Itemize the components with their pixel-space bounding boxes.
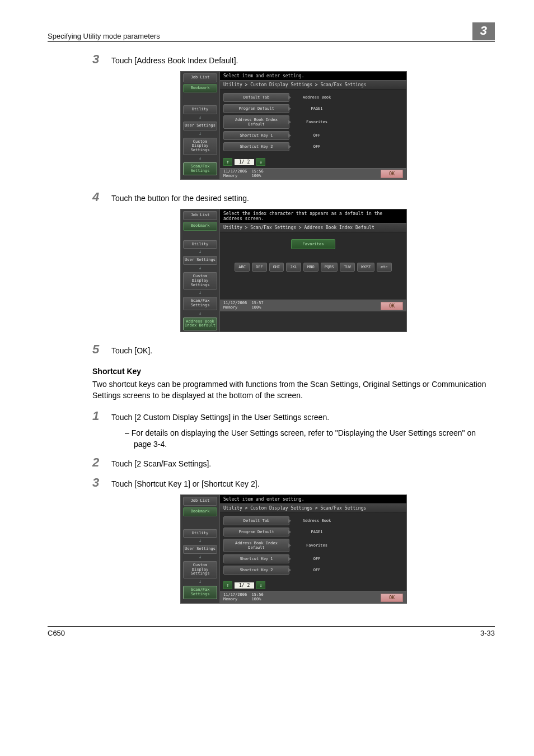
index-tuv-button[interactable]: TUV [340, 263, 355, 272]
sidebar-user-settings-button[interactable]: User Settings [183, 256, 217, 265]
sidebar-bookmark-button[interactable]: Bookmark [183, 84, 217, 93]
sidebar-scan-fax-button[interactable]: Scan/Fax Settings [183, 297, 217, 310]
default-tab-value: Address Book [292, 517, 342, 525]
sidebar-utility-button[interactable]: Utility [183, 529, 217, 538]
footer-page-number: 3-33 [480, 629, 495, 637]
page-up-button[interactable]: ↑ [223, 581, 232, 589]
addr-index-value: Favorites [292, 118, 342, 126]
step-2b: 2 Touch [2 Scan/Fax Settings]. [92, 455, 495, 470]
section-title: Specifying Utility mode parameters [48, 32, 160, 40]
chapter-number-badge: 3 [472, 22, 495, 40]
default-tab-button[interactable]: Default Tab [223, 93, 289, 102]
footer-model: C650 [48, 629, 65, 637]
page-header: Specifying Utility mode parameters 3 [48, 22, 495, 42]
shortcut-key-1-button[interactable]: Shortcut Key 1 [223, 554, 289, 563]
status-memory-pct: 100% [252, 174, 261, 178]
shortcut-key-2-button[interactable]: Shortcut Key 2 [223, 142, 289, 151]
device-screenshot-index-default: Job List Bookmark Utility ↓ User Setting… [180, 209, 407, 332]
ok-button[interactable]: OK [381, 302, 403, 310]
index-jkl-button[interactable]: JKL [286, 263, 301, 272]
ok-button[interactable]: OK [381, 170, 403, 178]
page-footer: C650 3-33 [48, 626, 495, 637]
sidebar-bookmark-button[interactable]: Bookmark [183, 222, 217, 231]
index-wxyz-button[interactable]: WXYZ [357, 263, 374, 272]
down-arrow-icon: ↓ [181, 578, 219, 584]
breadcrumb: Utility > Scan/Fax Settings > Address Bo… [220, 223, 406, 232]
index-pqrs-button[interactable]: PQRS [321, 263, 338, 272]
shortcut-key-1-value: OFF [292, 132, 342, 139]
default-tab-value: Address Book [292, 94, 342, 101]
status-memory-pct: 100% [252, 305, 261, 310]
step-number: 3 [92, 52, 111, 67]
step-number: 1 [92, 409, 111, 423]
program-default-button[interactable]: Program Default [223, 104, 289, 113]
ok-button[interactable]: OK [381, 594, 403, 602]
step-text: Touch [OK]. [111, 346, 152, 357]
page-indicator: 1/ 2 [235, 582, 254, 589]
sidebar-utility-button[interactable]: Utility [183, 105, 217, 114]
step-1b-detail: For details on displaying the User Setti… [125, 428, 495, 450]
down-arrow-icon: ↓ [181, 290, 219, 295]
index-button-row: ABC DEF GHI JKL MNO PQRS TUV WXYZ etc [235, 263, 391, 272]
step-number: 3 [92, 475, 111, 490]
step-3b: 3 Touch [Shortcut Key 1] or [Shortcut Ke… [92, 475, 495, 490]
index-ghi-button[interactable]: GHI [269, 263, 284, 272]
page-up-button[interactable]: ↑ [223, 158, 232, 166]
sidebar-custom-display-button[interactable]: Custom Display Settings [183, 272, 217, 290]
favorites-button[interactable]: Favorites [291, 239, 336, 249]
shortcut-key-2-value: OFF [292, 566, 342, 574]
down-arrow-icon: ↓ [181, 265, 219, 270]
sidebar-utility-button[interactable]: Utility [183, 240, 217, 249]
step-text: Touch the button for the desired setting… [111, 193, 249, 204]
index-abc-button[interactable]: ABC [235, 263, 250, 272]
sidebar-custom-display-button[interactable]: Custom Display Settings [183, 138, 217, 155]
down-arrow-icon: ↓ [181, 538, 219, 543]
breadcrumb: Utility > Custom Display Settings > Scan… [220, 80, 406, 90]
sidebar-user-settings-button[interactable]: User Settings [183, 122, 217, 130]
sidebar-scan-fax-button[interactable]: Scan/Fax Settings [183, 162, 217, 175]
sidebar-bookmark-button[interactable]: Bookmark [183, 507, 217, 516]
shortcut-key-paragraph: Two shortcut keys can be programmed with… [92, 379, 495, 401]
index-etc-button[interactable]: etc [377, 263, 392, 272]
step-5: 5 Touch [OK]. [92, 342, 495, 357]
down-arrow-icon: ↓ [181, 249, 219, 254]
shortcut-key-heading: Shortcut Key [92, 367, 495, 376]
down-arrow-icon: ↓ [181, 310, 219, 316]
instruction-bar: Select the index character that appears … [220, 209, 406, 223]
status-memory-label: Memory [223, 305, 237, 310]
step-number: 2 [92, 455, 111, 470]
instruction-bar: Select item and enter setting. [220, 495, 406, 503]
sidebar-scan-fax-button[interactable]: Scan/Fax Settings [183, 586, 217, 599]
address-book-index-default-button[interactable]: Address Book Index Default [223, 539, 289, 552]
page-down-button[interactable]: ↓ [256, 581, 265, 589]
step-1b: 1 Touch [2 Custom Display Settings] in t… [92, 409, 495, 423]
instruction-bar: Select item and enter setting. [220, 72, 406, 80]
index-def-button[interactable]: DEF [252, 263, 267, 272]
settings-list: Default TabAddress Book Program DefaultP… [220, 513, 406, 579]
sidebar-address-book-index-default-button[interactable]: Address Book Index Default [183, 318, 217, 330]
sidebar-user-settings-button[interactable]: User Settings [183, 545, 217, 554]
device-screenshot-scanfax-2: Job List Bookmark Utility ↓ User Setting… [180, 494, 407, 603]
shortcut-key-2-button[interactable]: Shortcut Key 2 [223, 566, 289, 575]
index-mno-button[interactable]: MNO [303, 263, 318, 272]
step-text: Touch [Address Book Index Default]. [111, 55, 238, 67]
default-tab-button[interactable]: Default Tab [223, 516, 289, 525]
step-text: Touch [Shortcut Key 1] or [Shortcut Key … [111, 479, 260, 490]
page-down-button[interactable]: ↓ [256, 158, 265, 166]
program-default-button[interactable]: Program Default [223, 528, 289, 536]
shortcut-key-1-value: OFF [292, 555, 342, 563]
sidebar-custom-display-button[interactable]: Custom Display Settings [183, 561, 217, 578]
device-screenshot-scanfax-1: Job List Bookmark Utility ↓ User Setting… [180, 71, 407, 180]
address-book-index-default-button[interactable]: Address Book Index Default [223, 115, 289, 129]
addr-index-value: Favorites [292, 542, 342, 549]
status-bar: 11/17/2006 15:57 Memory 100% OK [220, 300, 406, 311]
down-arrow-icon: ↓ [181, 114, 219, 120]
sidebar: Job List Bookmark Utility ↓ User Setting… [181, 72, 220, 179]
shortcut-key-1-button[interactable]: Shortcut Key 1 [223, 131, 289, 140]
step-3: 3 Touch [Address Book Index Default]. [92, 52, 495, 67]
sidebar-job-list-button[interactable]: Job List [183, 211, 217, 220]
sidebar-job-list-button[interactable]: Job List [183, 497, 217, 506]
sidebar-job-list-button[interactable]: Job List [183, 73, 217, 82]
sidebar: Job List Bookmark Utility ↓ User Setting… [181, 495, 220, 603]
program-default-value: PAGE1 [292, 105, 342, 113]
